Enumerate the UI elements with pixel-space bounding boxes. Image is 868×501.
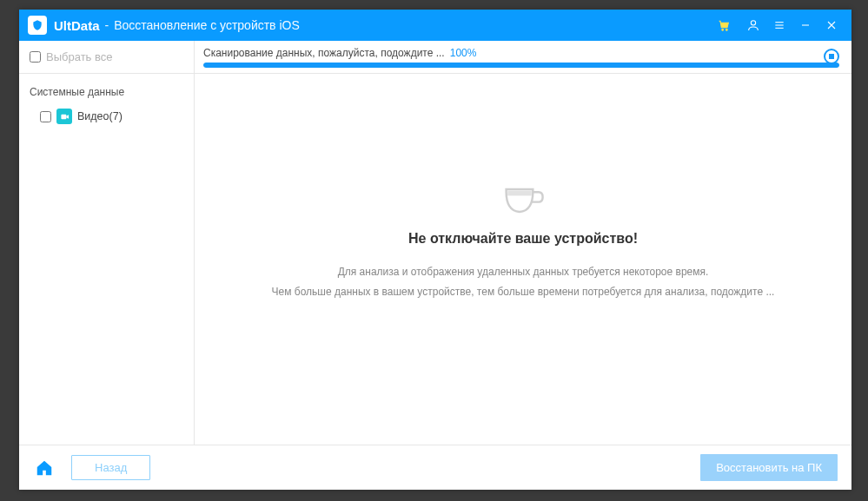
select-all-cell: Выбрать все <box>19 41 195 73</box>
svg-rect-10 <box>507 190 531 195</box>
cart-icon[interactable] <box>711 10 737 41</box>
title-subtitle: Восстановление с устройств iOS <box>114 18 300 32</box>
scan-status-label: Сканирование данных, пожалуйста, подожди… <box>203 47 445 59</box>
stop-button[interactable] <box>824 49 839 64</box>
app-window: UltData - Восстановление с устройств iOS… <box>19 10 851 490</box>
close-button[interactable] <box>818 10 845 41</box>
toolbar: Выбрать все Сканирование данных, пожалуй… <box>19 41 851 74</box>
recover-button[interactable]: Восстановить на ПК <box>700 454 838 481</box>
sidebar-item-label: Видео(7) <box>77 110 123 122</box>
footer: Назад Восстановить на ПК <box>19 445 851 490</box>
sidebar-group-title: Системные данные <box>19 82 194 105</box>
cup-icon <box>500 182 546 219</box>
home-button[interactable] <box>33 457 56 479</box>
main-heading: Не отключайте ваше устройство! <box>408 231 638 247</box>
sidebar-item-video[interactable]: Видео(7) <box>19 105 194 128</box>
body: Системные данные Видео(7) Не отключайте … <box>19 74 851 445</box>
video-icon <box>56 109 72 124</box>
progress-cell: Сканирование данных, пожалуйста, подожди… <box>195 41 851 73</box>
back-button[interactable]: Назад <box>71 455 150 480</box>
sidebar-item-checkbox[interactable] <box>40 111 51 122</box>
progress-fill <box>203 63 839 68</box>
title-separator: - <box>105 18 109 32</box>
svg-point-0 <box>722 29 724 30</box>
title-bar: UltData - Восстановление с устройств iOS <box>19 10 851 41</box>
scan-percent: 100% <box>450 47 477 59</box>
main-content: Не отключайте ваше устройство! Для анали… <box>195 74 851 445</box>
svg-rect-9 <box>61 114 66 119</box>
svg-point-2 <box>751 21 755 25</box>
app-logo <box>28 16 47 35</box>
menu-icon[interactable] <box>766 10 792 41</box>
main-line2: Чем больше данных в вашем устройстве, те… <box>272 282 775 302</box>
sidebar: Системные данные Видео(7) <box>19 74 195 445</box>
app-name: UltData <box>54 18 100 33</box>
progress-bar <box>203 63 839 68</box>
minimize-button[interactable] <box>792 10 818 41</box>
main-line1: Для анализа и отображения удаленных данн… <box>338 262 709 282</box>
select-all-checkbox[interactable] <box>30 51 41 63</box>
svg-point-1 <box>726 29 727 30</box>
select-all-label: Выбрать все <box>46 50 112 63</box>
user-icon[interactable] <box>740 10 766 41</box>
